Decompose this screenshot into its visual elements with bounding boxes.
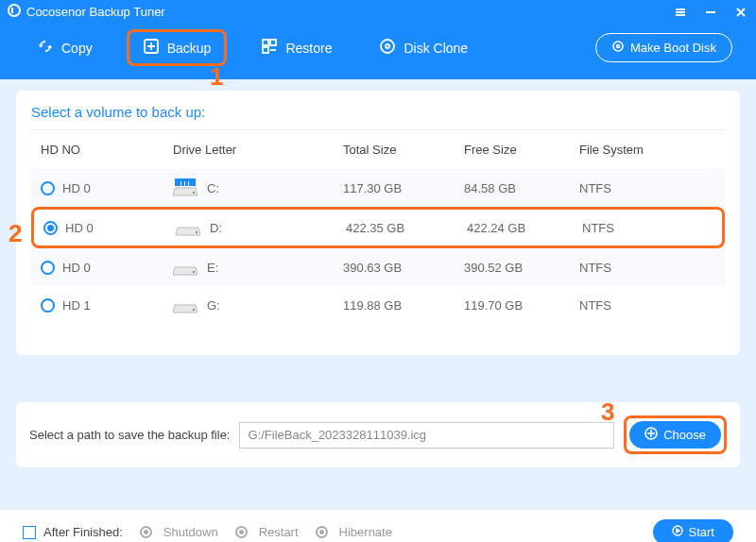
- row-radio[interactable]: [41, 261, 55, 275]
- cell-free: 422.24 GB: [450, 221, 582, 235]
- close-icon[interactable]: [735, 7, 747, 18]
- svg-rect-3: [270, 40, 276, 45]
- table-row[interactable]: HD 1 G: 119.88 GB 119.70 GB NTFS: [31, 286, 725, 324]
- cell-hd: HD 0: [62, 181, 91, 195]
- cell-hd: HD 0: [65, 221, 94, 235]
- shutdown-label: Shutdown: [163, 525, 218, 539]
- drive-icon: [176, 218, 200, 237]
- cell-total: 390.63 GB: [315, 261, 447, 275]
- copy-button[interactable]: Copy: [24, 30, 106, 65]
- copy-icon: [37, 38, 54, 58]
- app-title: Cocosenor Backup Tuner: [26, 5, 165, 19]
- drive-icon: [173, 296, 198, 314]
- cell-free: 119.70 GB: [447, 298, 579, 313]
- svg-point-8: [616, 45, 619, 48]
- cell-total: 117.30 GB: [315, 181, 447, 195]
- cell-fs: NTFS: [579, 261, 702, 275]
- svg-point-12: [193, 271, 195, 273]
- backup-button[interactable]: Backup: [127, 29, 228, 66]
- col-drive: Drive Letter: [173, 143, 315, 157]
- table-row[interactable]: HD 0 C: 117.30 GB 84.58 GB NTFS: [31, 169, 725, 207]
- cell-letter: G:: [207, 298, 220, 313]
- svg-rect-4: [263, 47, 268, 53]
- restart-label: Restart: [259, 525, 299, 539]
- svg-rect-2: [263, 40, 268, 45]
- drive-icon: [173, 178, 198, 197]
- cell-free: 84.58 GB: [447, 181, 579, 195]
- start-button[interactable]: Start: [653, 519, 733, 542]
- col-fs: File System: [579, 143, 702, 157]
- hibernate-radio[interactable]: [316, 526, 328, 538]
- cell-fs: NTFS: [582, 221, 705, 235]
- cell-fs: NTFS: [579, 181, 702, 195]
- col-hdno: HD NO: [31, 143, 173, 157]
- path-label: Select a path to save the backup file:: [29, 428, 230, 442]
- play-icon: [672, 525, 683, 539]
- row-radio[interactable]: [43, 221, 58, 235]
- table-header: HD NO Drive Letter Total Size Free Size …: [31, 129, 725, 169]
- menu-icon[interactable]: [675, 7, 686, 18]
- row-radio[interactable]: [41, 181, 55, 195]
- make-boot-disk-button[interactable]: Make Boot Disk: [595, 33, 732, 62]
- backup-icon: [143, 38, 160, 58]
- disk-clone-button[interactable]: Disk Clone: [366, 30, 481, 65]
- toolbar: Copy Backup Restore Disk Clone Make Boo: [0, 24, 756, 79]
- col-free: Free Size: [447, 143, 579, 157]
- svg-point-6: [386, 44, 389, 48]
- col-total: Total Size: [315, 143, 447, 157]
- drive-icon: [173, 258, 198, 277]
- minimize-icon[interactable]: [705, 7, 716, 18]
- path-panel: Select a path to save the backup file: C…: [16, 402, 740, 467]
- cell-free: 390.52 GB: [447, 261, 579, 275]
- svg-point-10: [193, 192, 195, 194]
- boot-disk-icon: [611, 40, 625, 56]
- volume-panel: Select a volume to back up: HD NO Drive …: [16, 91, 740, 355]
- table-row[interactable]: HD 0 E: 390.63 GB 390.52 GB NTFS: [31, 248, 725, 286]
- after-finished-label: After Finished:: [43, 525, 123, 539]
- section-title: Select a volume to back up:: [31, 104, 725, 129]
- cell-letter: D:: [210, 221, 222, 235]
- cell-letter: C:: [207, 181, 219, 195]
- cell-total: 119.88 GB: [315, 298, 447, 313]
- path-input[interactable]: [239, 422, 614, 449]
- choose-button[interactable]: Choose: [629, 421, 721, 449]
- cell-letter: E:: [207, 261, 218, 275]
- cell-hd: HD 0: [62, 261, 91, 275]
- footer: After Finished: Shutdown Restart Hiberna…: [0, 510, 756, 542]
- after-finished-checkbox[interactable]: [23, 526, 36, 539]
- plus-circle-icon: [644, 427, 658, 443]
- shutdown-radio[interactable]: [140, 526, 152, 538]
- row-radio[interactable]: [41, 298, 55, 313]
- app-icon: [8, 4, 21, 20]
- disk-clone-icon: [379, 38, 396, 58]
- svg-point-11: [196, 231, 198, 233]
- restore-icon: [261, 38, 278, 58]
- restore-button[interactable]: Restore: [248, 30, 345, 65]
- hibernate-label: Hibernate: [339, 525, 392, 539]
- svg-point-0: [9, 5, 20, 16]
- restart-radio[interactable]: [235, 526, 248, 538]
- cell-fs: NTFS: [579, 298, 702, 313]
- cell-hd: HD 1: [62, 298, 91, 313]
- svg-point-5: [381, 40, 394, 53]
- svg-point-13: [193, 309, 195, 311]
- svg-point-7: [613, 42, 623, 51]
- title-bar: Cocosenor Backup Tuner: [0, 0, 756, 24]
- table-row[interactable]: HD 0 D: 422.35 GB 422.24 GB NTFS: [31, 207, 725, 248]
- cell-total: 422.35 GB: [318, 221, 450, 235]
